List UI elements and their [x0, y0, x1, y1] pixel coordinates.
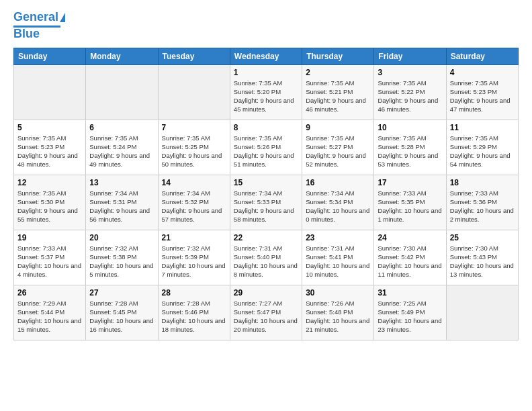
day-info: Sunrise: 7:35 AM Sunset: 5:22 PM Dayligh… — [378, 79, 442, 114]
day-number: 19 — [17, 233, 82, 242]
day-number: 16 — [306, 178, 370, 187]
calendar-cell — [158, 64, 230, 120]
calendar-cell: 29Sunrise: 7:27 AM Sunset: 5:47 PM Dayli… — [230, 285, 302, 340]
col-header-friday: Friday — [374, 48, 446, 64]
day-info: Sunrise: 7:33 AM Sunset: 5:35 PM Dayligh… — [378, 189, 442, 224]
calendar-cell: 21Sunrise: 7:32 AM Sunset: 5:39 PM Dayli… — [158, 230, 230, 285]
day-number: 1 — [234, 68, 298, 77]
col-header-tuesday: Tuesday — [158, 48, 230, 64]
day-number: 31 — [378, 288, 442, 298]
day-number: 10 — [378, 123, 442, 132]
calendar-cell: 14Sunrise: 7:34 AM Sunset: 5:32 PM Dayli… — [158, 175, 230, 230]
col-header-sunday: Sunday — [14, 48, 86, 64]
calendar-cell: 19Sunrise: 7:33 AM Sunset: 5:37 PM Dayli… — [14, 230, 86, 285]
calendar-cell: 25Sunrise: 7:30 AM Sunset: 5:43 PM Dayli… — [446, 230, 518, 285]
day-number: 15 — [234, 178, 298, 187]
day-number: 2 — [306, 68, 370, 77]
day-info: Sunrise: 7:31 AM Sunset: 5:41 PM Dayligh… — [306, 244, 370, 279]
day-info: Sunrise: 7:35 AM Sunset: 5:26 PM Dayligh… — [234, 134, 298, 169]
day-number: 20 — [89, 233, 154, 242]
calendar-cell: 11Sunrise: 7:35 AM Sunset: 5:29 PM Dayli… — [446, 120, 518, 175]
logo-general: General — [13, 10, 58, 24]
day-number: 18 — [450, 178, 515, 187]
day-info: Sunrise: 7:35 AM Sunset: 5:27 PM Dayligh… — [306, 134, 370, 169]
calendar-cell: 31Sunrise: 7:25 AM Sunset: 5:49 PM Dayli… — [374, 285, 446, 340]
day-info: Sunrise: 7:35 AM Sunset: 5:24 PM Dayligh… — [89, 134, 154, 169]
col-header-wednesday: Wednesday — [230, 48, 302, 64]
day-number: 17 — [378, 178, 442, 187]
week-row-4: 26Sunrise: 7:29 AM Sunset: 5:44 PM Dayli… — [14, 285, 519, 340]
day-info: Sunrise: 7:31 AM Sunset: 5:40 PM Dayligh… — [234, 244, 298, 279]
day-number: 6 — [89, 123, 154, 132]
day-number: 4 — [450, 68, 515, 77]
logo-triangle-icon — [60, 13, 65, 22]
day-number: 25 — [450, 233, 515, 242]
day-info: Sunrise: 7:28 AM Sunset: 5:45 PM Dayligh… — [89, 299, 154, 334]
day-info: Sunrise: 7:35 AM Sunset: 5:23 PM Dayligh… — [17, 134, 82, 169]
calendar-cell: 28Sunrise: 7:28 AM Sunset: 5:46 PM Dayli… — [158, 285, 230, 340]
day-number: 23 — [306, 233, 370, 242]
calendar-cell: 24Sunrise: 7:30 AM Sunset: 5:42 PM Dayli… — [374, 230, 446, 285]
logo: General Blue — [13, 11, 65, 41]
day-number: 27 — [89, 288, 154, 298]
calendar-cell — [14, 64, 86, 120]
day-number: 22 — [234, 233, 298, 242]
calendar-cell: 23Sunrise: 7:31 AM Sunset: 5:41 PM Dayli… — [302, 230, 374, 285]
calendar-cell: 1Sunrise: 7:35 AM Sunset: 5:20 PM Daylig… — [230, 64, 302, 120]
col-header-monday: Monday — [86, 48, 158, 64]
calendar-cell: 22Sunrise: 7:31 AM Sunset: 5:40 PM Dayli… — [230, 230, 302, 285]
calendar-cell: 13Sunrise: 7:34 AM Sunset: 5:31 PM Dayli… — [86, 175, 158, 230]
day-number: 14 — [162, 178, 226, 187]
day-info: Sunrise: 7:27 AM Sunset: 5:47 PM Dayligh… — [234, 299, 298, 334]
calendar-cell: 5Sunrise: 7:35 AM Sunset: 5:23 PM Daylig… — [14, 120, 86, 175]
col-header-saturday: Saturday — [446, 48, 518, 64]
calendar-cell: 8Sunrise: 7:35 AM Sunset: 5:26 PM Daylig… — [230, 120, 302, 175]
calendar-cell: 15Sunrise: 7:34 AM Sunset: 5:33 PM Dayli… — [230, 175, 302, 230]
day-info: Sunrise: 7:35 AM Sunset: 5:25 PM Dayligh… — [162, 134, 226, 169]
day-number: 12 — [17, 178, 82, 187]
day-info: Sunrise: 7:32 AM Sunset: 5:38 PM Dayligh… — [89, 244, 154, 279]
day-info: Sunrise: 7:28 AM Sunset: 5:46 PM Dayligh… — [162, 299, 226, 334]
day-info: Sunrise: 7:35 AM Sunset: 5:30 PM Dayligh… — [17, 189, 82, 224]
day-info: Sunrise: 7:35 AM Sunset: 5:28 PM Dayligh… — [378, 134, 442, 169]
day-info: Sunrise: 7:35 AM Sunset: 5:21 PM Dayligh… — [306, 79, 370, 114]
day-number: 13 — [89, 178, 154, 187]
col-header-thursday: Thursday — [302, 48, 374, 64]
day-info: Sunrise: 7:35 AM Sunset: 5:29 PM Dayligh… — [450, 134, 515, 169]
day-number: 3 — [378, 68, 442, 77]
day-info: Sunrise: 7:30 AM Sunset: 5:43 PM Dayligh… — [450, 244, 515, 279]
calendar-table: SundayMondayTuesdayWednesdayThursdayFrid… — [13, 48, 519, 340]
calendar-cell: 6Sunrise: 7:35 AM Sunset: 5:24 PM Daylig… — [86, 120, 158, 175]
day-info: Sunrise: 7:34 AM Sunset: 5:34 PM Dayligh… — [306, 189, 370, 224]
calendar-cell: 12Sunrise: 7:35 AM Sunset: 5:30 PM Dayli… — [14, 175, 86, 230]
day-number: 29 — [234, 288, 298, 298]
day-info: Sunrise: 7:25 AM Sunset: 5:49 PM Dayligh… — [378, 299, 442, 334]
day-number: 9 — [306, 123, 370, 132]
day-number: 28 — [162, 288, 226, 298]
logo-text: General — [13, 11, 58, 24]
calendar-cell: 30Sunrise: 7:26 AM Sunset: 5:48 PM Dayli… — [302, 285, 374, 340]
day-info: Sunrise: 7:30 AM Sunset: 5:42 PM Dayligh… — [378, 244, 442, 279]
day-info: Sunrise: 7:29 AM Sunset: 5:44 PM Dayligh… — [17, 299, 82, 334]
calendar-cell: 10Sunrise: 7:35 AM Sunset: 5:28 PM Dayli… — [374, 120, 446, 175]
calendar-cell: 9Sunrise: 7:35 AM Sunset: 5:27 PM Daylig… — [302, 120, 374, 175]
calendar-cell: 18Sunrise: 7:33 AM Sunset: 5:36 PM Dayli… — [446, 175, 518, 230]
calendar-cell: 2Sunrise: 7:35 AM Sunset: 5:21 PM Daylig… — [302, 64, 374, 120]
logo-blue: Blue — [13, 28, 40, 41]
header: General Blue — [13, 11, 519, 41]
day-info: Sunrise: 7:34 AM Sunset: 5:31 PM Dayligh… — [89, 189, 154, 224]
calendar-header-row: SundayMondayTuesdayWednesdayThursdayFrid… — [14, 48, 519, 64]
day-number: 24 — [378, 233, 442, 242]
week-row-3: 19Sunrise: 7:33 AM Sunset: 5:37 PM Dayli… — [14, 230, 519, 285]
day-info: Sunrise: 7:32 AM Sunset: 5:39 PM Dayligh… — [162, 244, 226, 279]
day-number: 7 — [162, 123, 226, 132]
day-info: Sunrise: 7:33 AM Sunset: 5:36 PM Dayligh… — [450, 189, 515, 224]
calendar-cell: 20Sunrise: 7:32 AM Sunset: 5:38 PM Dayli… — [86, 230, 158, 285]
day-info: Sunrise: 7:35 AM Sunset: 5:23 PM Dayligh… — [450, 79, 515, 114]
calendar-cell: 3Sunrise: 7:35 AM Sunset: 5:22 PM Daylig… — [374, 64, 446, 120]
day-number: 5 — [17, 123, 82, 132]
week-row-2: 12Sunrise: 7:35 AM Sunset: 5:30 PM Dayli… — [14, 175, 519, 230]
calendar-cell: 27Sunrise: 7:28 AM Sunset: 5:45 PM Dayli… — [86, 285, 158, 340]
day-info: Sunrise: 7:33 AM Sunset: 5:37 PM Dayligh… — [17, 244, 82, 279]
page: General Blue SundayMondayTuesdayWednesda… — [0, 0, 532, 351]
